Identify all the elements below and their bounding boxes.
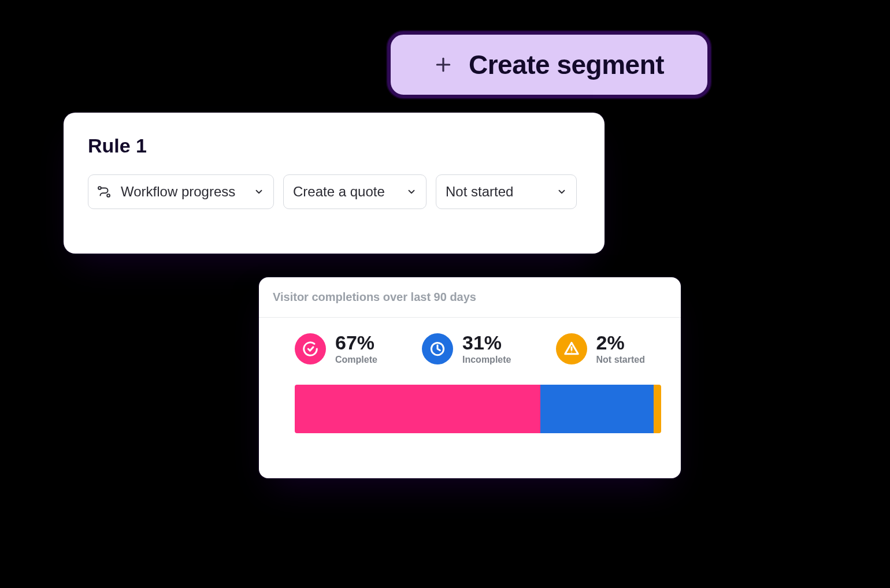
workflow-icon <box>97 184 112 199</box>
metrics-card: Visitor completions over last 90 days 67… <box>259 277 681 478</box>
check-circle-icon <box>295 333 326 364</box>
stat-label: Complete <box>335 355 377 365</box>
metrics-card-title: Visitor completions over last 90 days <box>273 291 476 304</box>
stat-complete: 67% Complete <box>295 333 377 365</box>
alert-triangle-icon <box>556 333 587 364</box>
stat-not-started: 2% Not started <box>556 333 645 365</box>
stat-value: 2% <box>596 333 645 352</box>
completion-bar-chart <box>295 385 661 433</box>
plus-icon <box>434 55 453 74</box>
bar-segment-incomplete <box>540 385 654 433</box>
stat-value: 31% <box>462 333 511 352</box>
chevron-down-icon <box>406 187 417 197</box>
stats-row: 67% Complete 31% Incomplete <box>295 333 645 365</box>
bar-segment-notstarted <box>654 385 661 433</box>
dropdown-create-a-quote[interactable]: Create a quote <box>283 174 427 209</box>
rule-dropdown-row: Workflow progress Create a quote Not sta… <box>88 174 580 209</box>
clock-icon <box>422 333 453 364</box>
chevron-down-icon <box>254 187 264 197</box>
chevron-down-icon <box>557 187 567 197</box>
dropdown-label: Workflow progress <box>121 184 246 200</box>
rule-card: Rule 1 Workflow progress Create a quote <box>64 113 605 254</box>
rule-title: Rule 1 <box>88 135 580 157</box>
dropdown-workflow-progress[interactable]: Workflow progress <box>88 174 274 209</box>
metrics-card-body: 67% Complete 31% Incomplete <box>259 318 681 451</box>
stat-label: Not started <box>596 355 645 365</box>
create-segment-label: Create segment <box>469 49 664 80</box>
svg-point-6 <box>571 352 572 353</box>
dropdown-not-started[interactable]: Not started <box>436 174 577 209</box>
svg-point-3 <box>107 194 110 197</box>
metrics-card-header: Visitor completions over last 90 days <box>259 277 681 318</box>
dropdown-label: Create a quote <box>293 184 398 200</box>
stat-label: Incomplete <box>462 355 511 365</box>
create-segment-button[interactable]: Create segment <box>387 31 711 98</box>
dropdown-label: Not started <box>446 184 548 200</box>
bar-segment-complete <box>295 385 540 433</box>
stat-incomplete: 31% Incomplete <box>422 333 511 365</box>
stat-value: 67% <box>335 333 377 352</box>
